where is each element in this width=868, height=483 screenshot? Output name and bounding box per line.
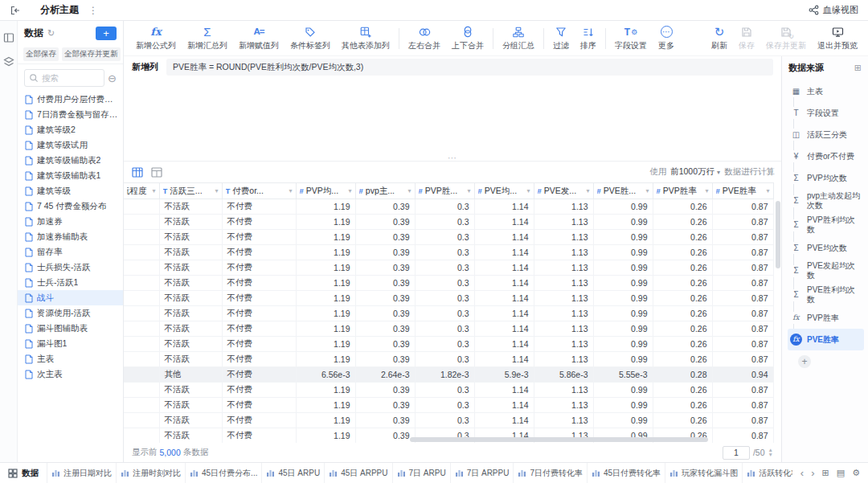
column-header[interactable]: #PVE发...▾: [534, 183, 593, 199]
dataset-list-item[interactable]: 次主表: [18, 366, 123, 382]
page-spinner[interactable]: ▲▼: [768, 448, 773, 458]
formula-expression[interactable]: PVE胜率 = ROUND(PVE胜利均次数/PVE均次数,3): [166, 59, 773, 76]
column-dropdown-icon[interactable]: ▾: [586, 187, 589, 194]
dataset-list-item[interactable]: 漏斗图辅助表: [18, 321, 123, 336]
bottom-tab[interactable]: 7日 ARPPU: [451, 463, 514, 483]
datasource-step[interactable]: Σ PVE胜利均次数: [788, 283, 864, 307]
dataset-list-item[interactable]: 建筑等级: [18, 183, 123, 199]
save-update-button[interactable]: ↻保存并更新: [760, 23, 812, 55]
column-header[interactable]: #PVP均...▾: [296, 183, 355, 199]
column-header[interactable]: T付费or...▾: [222, 183, 296, 199]
sync-icon[interactable]: ↻: [47, 28, 55, 39]
exit-preview-button[interactable]: 退出并预览: [812, 23, 863, 55]
column-header[interactable]: 玩程度▾: [124, 183, 159, 199]
dataset-list-item[interactable]: 建筑等级辅助表2: [18, 153, 123, 168]
bottom-tab[interactable]: 玩家转化漏斗图: [665, 463, 743, 483]
column-dropdown-icon[interactable]: ▾: [467, 187, 470, 194]
dataset-list-item[interactable]: 7 45 付费金额分布: [18, 199, 123, 214]
column-dropdown-icon[interactable]: ▾: [526, 187, 530, 194]
settings-icon[interactable]: ⚙: [852, 469, 860, 477]
vertical-scrollbar[interactable]: [775, 199, 781, 435]
condition-tag-column-button[interactable]: 条件标签列: [285, 23, 336, 55]
dataset-list-item[interactable]: 资源使用-活跃: [18, 305, 123, 321]
row-limit-select[interactable]: 前1000万行 ▾: [670, 166, 720, 178]
bottom-tab[interactable]: 45日付费转化率: [588, 463, 665, 483]
save-all-button[interactable]: 全部保存: [23, 47, 59, 61]
datasource-step[interactable]: T 字段设置: [788, 102, 864, 124]
panel-toggle-icon[interactable]: [3, 32, 14, 43]
column-header[interactable]: T活跃三...▾: [159, 183, 222, 199]
formula-editor-area[interactable]: ⋯: [124, 78, 781, 162]
dataset-list-item[interactable]: 建筑等级2: [18, 122, 123, 137]
new-summary-column-button[interactable]: Σ新增汇总列: [182, 23, 233, 55]
datasource-step[interactable]: Σ PVP胜利均次数: [788, 213, 864, 237]
dataset-list-item[interactable]: 7日消费金额与留存概率: [18, 107, 123, 122]
column-header[interactable]: #pvp主...▾: [355, 183, 415, 199]
horizontal-scrollbar[interactable]: [124, 436, 773, 443]
column-dropdown-icon[interactable]: ▾: [215, 187, 218, 194]
tabs-scroll-left-icon[interactable]: ‹: [800, 468, 804, 478]
column-dropdown-icon[interactable]: ▾: [705, 187, 708, 194]
dataset-list-item[interactable]: 加速券: [18, 214, 123, 229]
add-dataset-button[interactable]: +: [96, 27, 117, 40]
datasource-step[interactable]: Σ pvp主动发起均次数: [788, 189, 864, 213]
merge-horizontal-button[interactable]: 左右合并: [403, 23, 446, 55]
topbar-more-icon[interactable]: ⋮: [88, 5, 98, 16]
bottom-tab[interactable]: 注册时刻对比: [117, 463, 186, 483]
bottom-tab[interactable]: 45日 ARPPU: [325, 463, 392, 483]
field-settings-button[interactable]: T⚙字段设置: [609, 23, 653, 55]
collapse-panel-icon[interactable]: ⊞: [854, 63, 862, 73]
column-header[interactable]: #PVP胜率▾: [653, 183, 712, 199]
dataset-list-item[interactable]: 付费用户分层付费金额: [18, 92, 123, 107]
save-all-update-button[interactable]: 全部保存并更新: [62, 47, 121, 61]
resize-handle[interactable]: ⋯: [448, 153, 457, 163]
bottom-tab[interactable]: 45日 ARPU: [262, 463, 325, 483]
bottom-tab[interactable]: 45日付费分布...: [186, 463, 262, 483]
filter-button[interactable]: 过滤: [547, 23, 575, 55]
save-button[interactable]: 保存: [733, 23, 760, 55]
search-box[interactable]: [24, 69, 104, 87]
group-summary-button[interactable]: 分组汇总: [497, 23, 540, 55]
grid-view-icon[interactable]: [130, 166, 145, 178]
column-dropdown-icon[interactable]: ▾: [645, 187, 649, 194]
datasource-step[interactable]: Σ PVE均次数: [788, 237, 864, 259]
page-input[interactable]: [723, 446, 750, 460]
dataset-list-item[interactable]: 建筑等级试用: [18, 137, 123, 153]
column-dropdown-icon[interactable]: ▾: [152, 187, 155, 194]
new-assign-column-button[interactable]: A=新增赋值列: [233, 23, 285, 55]
column-header[interactable]: #PVE均...▾: [474, 183, 534, 199]
tabs-scroll-right-icon[interactable]: ›: [811, 468, 814, 478]
datasource-step[interactable]: fx PVP胜率: [788, 307, 864, 329]
more-button[interactable]: ⋯更多: [653, 23, 680, 55]
datasource-step[interactable]: ▦ 主表: [788, 80, 864, 102]
datasource-step[interactable]: Σ PVE发起均次数: [788, 259, 864, 283]
add-column-other-table-button[interactable]: 其他表添加列: [336, 23, 395, 55]
column-dropdown-icon[interactable]: ▾: [348, 187, 351, 194]
lineage-view-button[interactable]: 血缘视图: [809, 4, 858, 16]
dataset-list-item[interactable]: 主表: [18, 351, 123, 366]
add-component-icon[interactable]: ⊞: [822, 469, 829, 477]
column-header[interactable]: #PVE胜...▾: [593, 183, 653, 199]
dataset-list-item[interactable]: 加速券辅助表: [18, 229, 123, 244]
dataset-list-item[interactable]: 留存率: [18, 244, 123, 260]
datasource-step[interactable]: fx PVE胜率: [788, 329, 864, 350]
column-dropdown-icon[interactable]: ▾: [289, 187, 292, 194]
search-input[interactable]: [42, 73, 100, 83]
bottom-tab[interactable]: 7日 ARPU: [393, 463, 451, 483]
datasource-step[interactable]: ¥ 付费or不付费: [788, 145, 864, 167]
tab-data[interactable]: 数据: [0, 463, 47, 483]
merge-vertical-button[interactable]: 上下合并: [446, 23, 489, 55]
add-step-button[interactable]: +: [798, 355, 811, 368]
dataset-list-item[interactable]: 建筑等级辅助表1: [18, 168, 123, 183]
refresh-button[interactable]: ↻刷新: [706, 23, 733, 55]
bottom-tab[interactable]: 注册日期对比: [47, 463, 117, 483]
datasource-step[interactable]: Σ PVP均次数: [788, 167, 864, 189]
component-list-icon[interactable]: ▤: [837, 469, 845, 477]
dataset-list-item[interactable]: 士兵损失-活跃: [18, 260, 123, 275]
column-header[interactable]: #PVE胜率▾: [712, 183, 773, 199]
exit-workspace-icon[interactable]: [10, 5, 21, 16]
column-header[interactable]: #PVP胜...▾: [415, 183, 474, 199]
dataset-list-item[interactable]: 漏斗图1: [18, 336, 123, 351]
bottom-tab[interactable]: 7日付费转化率: [514, 463, 588, 483]
dataset-list-item[interactable]: 战斗: [18, 290, 123, 305]
